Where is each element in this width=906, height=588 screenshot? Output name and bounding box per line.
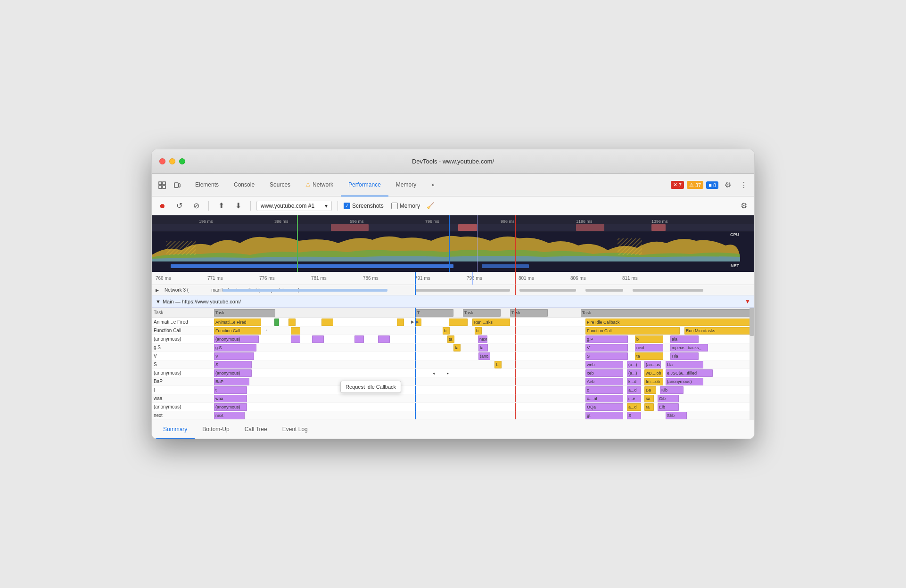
task-block-t[interactable]: T... — [416, 309, 453, 317]
next-r[interactable]: next — [214, 412, 245, 419]
clean-icon[interactable]: 🧹 — [424, 199, 437, 212]
funcCall-block-1[interactable]: Function Call — [214, 327, 261, 335]
b-right[interactable]: b — [635, 335, 663, 343]
ta-right[interactable]: ta — [635, 352, 663, 360]
tab-more[interactable]: » — [424, 174, 442, 196]
tab-call-tree[interactable]: Call Tree — [237, 420, 275, 439]
funcCall-b2[interactable]: b — [475, 327, 482, 335]
sa[interactable]: sa — [644, 395, 654, 402]
task-block-1[interactable]: Task — [214, 309, 275, 317]
shb[interactable]: Shb — [666, 412, 687, 419]
anus-r[interactable]: (an...us) — [644, 361, 661, 368]
gt[interactable]: gt — [585, 412, 623, 419]
aeb[interactable]: Aeb — [585, 378, 623, 385]
gs1[interactable]: g.S — [214, 344, 256, 351]
wbob[interactable]: wB....ob — [644, 369, 663, 377]
cnt[interactable]: c....nt — [585, 395, 623, 402]
minimize-button[interactable] — [169, 158, 175, 164]
ad2[interactable]: a...d — [627, 403, 641, 411]
hla[interactable]: Hla — [670, 352, 699, 360]
anon7a[interactable]: (anonymous) — [214, 369, 252, 377]
network-expand-icon[interactable]: ▶ — [156, 288, 159, 293]
imob[interactable]: Im....ob — [644, 378, 663, 385]
device-icon[interactable] — [171, 179, 184, 192]
anon1[interactable]: (anonymous) — [214, 335, 259, 343]
next1[interactable]: next — [478, 335, 487, 343]
xeb[interactable]: xeb — [585, 369, 623, 377]
maximize-button[interactable] — [179, 158, 185, 164]
url-selector[interactable]: www.youtube.com #1 ▾ — [256, 201, 332, 211]
clear-button[interactable]: ⊘ — [189, 199, 203, 212]
task-block-2[interactable]: Task — [463, 309, 501, 317]
mjexe[interactable]: mj.exe...backs_ — [670, 344, 708, 351]
anon4[interactable] — [354, 335, 364, 343]
fire-idle[interactable]: Fire Idle Callback — [585, 318, 754, 326]
screenshots-checkbox[interactable]: ✓ Screenshots — [344, 203, 384, 209]
ba-r[interactable]: Ba — [644, 386, 656, 394]
ta2[interactable]: ta — [453, 344, 461, 351]
upload-button[interactable]: ⬆ — [214, 199, 228, 212]
funcCall-b[interactable]: b — [443, 327, 450, 335]
funcCall-block-2[interactable] — [291, 327, 300, 335]
animFired-block-1[interactable]: Animati...e Fired — [214, 318, 261, 326]
reload-record-button[interactable]: ↺ — [173, 199, 186, 212]
anoUs[interactable]: (ano...us) — [478, 352, 490, 360]
f1[interactable]: f... — [494, 361, 502, 368]
animFired-block-2[interactable] — [288, 318, 296, 326]
v1[interactable]: V — [214, 352, 254, 360]
memory-checkbox[interactable]: Memory — [391, 203, 420, 209]
ta1[interactable]: ta — [447, 335, 454, 343]
anon3[interactable] — [312, 335, 324, 343]
settings-icon[interactable]: ⚙ — [721, 179, 734, 192]
tab-network[interactable]: ⚠ Network — [298, 174, 341, 196]
scrollbar-thumb[interactable] — [750, 308, 754, 336]
anon11[interactable]: (anonymous) — [214, 403, 247, 411]
main-expand-icon[interactable]: ▼ — [156, 299, 161, 304]
tab-console[interactable]: Console — [226, 174, 262, 196]
ejsc[interactable]: e.JSC$6...Ifilled — [666, 369, 713, 377]
tab-bottom-up[interactable]: Bottom-Up — [195, 420, 237, 439]
task-block-3[interactable]: Task — [510, 309, 548, 317]
oqa[interactable]: OQa — [585, 403, 623, 411]
c-r[interactable]: c — [585, 386, 623, 394]
run-sks[interactable]: Run ...sks — [472, 318, 510, 326]
a1[interactable]: (a...) — [627, 361, 641, 368]
more-options-icon[interactable]: ⋮ — [737, 179, 750, 192]
animFired-block-4[interactable] — [397, 318, 404, 326]
anon2[interactable] — [291, 335, 300, 343]
tab-sources[interactable]: Sources — [262, 174, 298, 196]
web-right[interactable]: web — [585, 361, 623, 368]
bap1[interactable]: BaP — [214, 378, 249, 385]
next-right[interactable]: next — [635, 344, 663, 351]
tab-event-log[interactable]: Event Log — [275, 420, 315, 439]
tab-performance[interactable]: Performance — [341, 174, 388, 196]
lla[interactable]: Lla — [666, 361, 703, 368]
eib[interactable]: Eib — [658, 403, 679, 411]
s1[interactable]: S — [214, 361, 252, 368]
waa1[interactable]: waa — [214, 395, 247, 402]
funcCall-right[interactable]: Function Call — [585, 327, 680, 335]
inspect-icon[interactable] — [156, 179, 169, 192]
task-block-4[interactable]: Task — [581, 309, 754, 317]
anon5[interactable] — [378, 335, 390, 343]
tab-elements[interactable]: Elements — [188, 174, 226, 196]
kd[interactable]: k...d — [627, 378, 641, 385]
animFired-block-3[interactable] — [321, 318, 333, 326]
gp[interactable]: g.P — [585, 335, 628, 343]
toolbar-settings-icon[interactable]: ⚙ — [737, 199, 750, 212]
ie[interactable]: i...e — [627, 395, 641, 402]
ta3[interactable]: ta — [478, 344, 488, 351]
gib[interactable]: Gib — [658, 395, 679, 402]
ad1[interactable]: a...d — [627, 386, 641, 394]
anonymous-r[interactable]: (anonymous) — [666, 378, 703, 385]
ala[interactable]: ala — [670, 335, 699, 343]
close-button[interactable] — [159, 158, 165, 164]
animFired-block-6[interactable] — [449, 318, 468, 326]
animFired-block-green[interactable] — [274, 318, 279, 326]
kib[interactable]: Kib — [660, 386, 684, 394]
tab-memory[interactable]: Memory — [388, 174, 424, 196]
ra[interactable]: ra — [644, 403, 654, 411]
runMicro[interactable]: Run Microtasks — [684, 327, 754, 335]
s-r2[interactable]: S — [627, 412, 641, 419]
record-button[interactable]: ⏺ — [156, 199, 169, 212]
